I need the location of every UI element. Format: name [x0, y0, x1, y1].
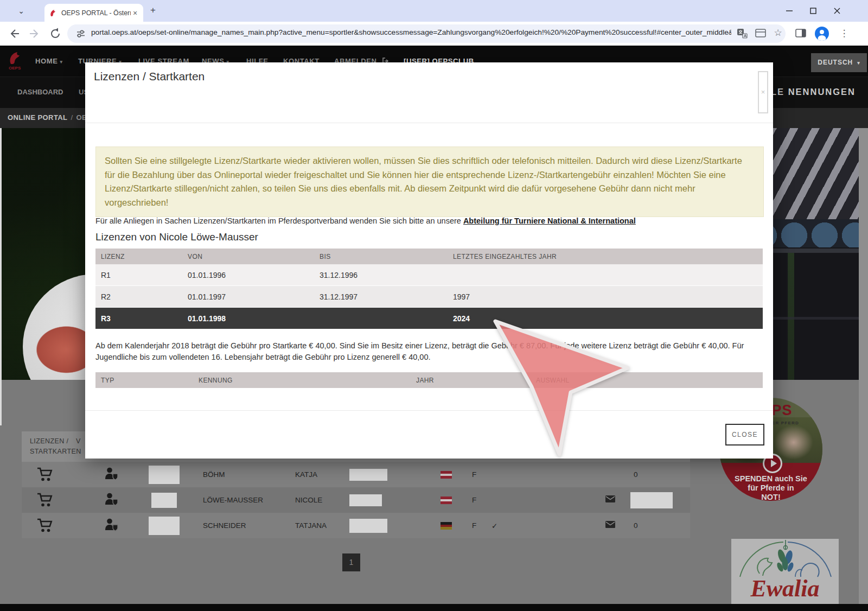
back-button[interactable]	[8, 27, 21, 40]
member-gender: F	[472, 496, 476, 504]
col-typ: TYP	[101, 377, 114, 384]
new-tab-button[interactable]: +	[150, 5, 156, 16]
window-close-button[interactable]	[832, 6, 842, 16]
cell-jahr: 2024	[453, 314, 470, 323]
check-icon: ✓	[492, 521, 497, 530]
cell-lizenz: R2	[101, 292, 111, 301]
redacted-field	[349, 519, 387, 533]
fee-info-text: Ab dem Kalenderjahr 2018 beträgt die Geb…	[95, 340, 763, 363]
right-margin-strip	[859, 128, 868, 604]
window-minimize-button[interactable]	[784, 6, 794, 16]
url-text[interactable]: portal.oeps.at/oeps/set-online/manage_na…	[91, 28, 731, 36]
member-lastname: SCHNEIDER	[203, 521, 246, 530]
side-panel-icon[interactable]	[795, 29, 806, 37]
selection-table-header: TYP KENNUNG JAHR AUSWAHL	[95, 372, 763, 388]
chevron-down-icon: ▾	[857, 60, 860, 66]
member-lastname: LÖWE-MAUSSER	[203, 496, 263, 504]
badge-text-line2: für Pferde in	[719, 483, 822, 492]
cart-icon[interactable]	[37, 493, 54, 507]
browser-menu-kebab-icon[interactable]: ⋮	[839, 26, 850, 41]
redacted-field	[349, 469, 387, 481]
flag-austria-icon	[441, 497, 452, 504]
green-streak	[788, 253, 794, 380]
license-table-header: LIZENZ VON BIS LETZTES EINGEZAHLTES JAHR	[95, 249, 763, 264]
cell-von: 01.01.1998	[188, 314, 226, 323]
favicon-horse-icon	[49, 9, 58, 17]
col-kennung: KENNUNG	[199, 377, 233, 384]
license-table: LIZENZ VON BIS LETZTES EINGEZAHLTES JAHR…	[95, 249, 763, 329]
close-button[interactable]: CLOSE	[725, 424, 764, 445]
cart-icon[interactable]	[37, 467, 54, 482]
forward-button[interactable]	[28, 27, 41, 40]
member-gender: F	[472, 470, 476, 479]
tab-search-chevron-icon[interactable]: ⌄	[13, 4, 29, 18]
nav-item-home[interactable]: HOME▾	[35, 57, 63, 65]
member-row: BÖHM KATJA F 0	[22, 462, 690, 487]
left-edge-strip	[0, 128, 2, 425]
oeps-logo[interactable]: OEPS	[7, 50, 24, 72]
redacted-field	[149, 517, 180, 535]
window-maximize-button[interactable]	[808, 6, 818, 16]
divider	[85, 123, 773, 123]
ewalia-logo[interactable]: Ewalia	[731, 539, 839, 604]
pagination-page-1[interactable]: 1	[342, 553, 360, 571]
license-row-r1[interactable]: R1 01.01.1996 31.12.1996	[95, 264, 763, 286]
profile-avatar[interactable]	[815, 27, 829, 41]
member-firstname: KATJA	[295, 470, 317, 479]
ewalia-wordmark: Ewalia	[731, 575, 839, 602]
cell-von: 01.01.1997	[188, 292, 226, 301]
member-count: 0	[634, 470, 638, 479]
member-count: 0	[634, 521, 638, 530]
cart-icon[interactable]	[37, 518, 54, 533]
member-firstname: TATJANA	[295, 521, 327, 530]
col-jahr: JAHR	[416, 377, 434, 384]
person-shield-icon[interactable]	[105, 518, 119, 532]
col-bis: BIS	[320, 253, 331, 260]
site-settings-tune-icon[interactable]	[76, 29, 86, 39]
cell-von: 01.01.1996	[188, 271, 226, 279]
cell-bis: 31.12.1996	[320, 271, 358, 279]
lizenzen-modal: Lizenzen / Startkarten × Sollten Sie ein…	[85, 62, 773, 459]
warning-message: Sollten Sie eine stillgelegte Lizenz/Sta…	[95, 147, 764, 217]
cell-lizenz: R1	[101, 271, 111, 279]
member-firstname: NICOLE	[295, 496, 322, 504]
col-lizenz: LIZENZ	[101, 253, 125, 260]
person-shield-icon[interactable]	[105, 493, 119, 506]
member-row: SCHNEIDER TATJANA F ✓ 0	[22, 513, 690, 538]
divider	[85, 410, 773, 411]
browser-tab[interactable]: OEPS PORTAL - Österreichischer ×	[44, 4, 143, 22]
flag-austria-icon	[441, 471, 452, 479]
col-header-partial: V	[76, 437, 81, 445]
bookmark-star-icon[interactable]: ☆	[771, 27, 784, 40]
tab-dashboard[interactable]: DASHBOARD	[17, 88, 63, 96]
reload-button[interactable]	[49, 27, 62, 40]
abteilung-turniere-link[interactable]: Abteilung für Turniere National & Intern…	[463, 217, 636, 225]
col-header-lizenzen: LIZENZEN /	[30, 437, 68, 445]
language-selector[interactable]: DEUTSCH▾	[811, 53, 867, 72]
cell-lizenz: R3	[101, 314, 111, 323]
license-row-r2[interactable]: R2 01.01.1997 31.12.1997 1997	[95, 286, 763, 308]
mail-icon[interactable]	[605, 521, 615, 528]
license-row-r3-selected[interactable]: R3 01.01.1998 2024	[95, 308, 763, 329]
col-auswahl: AUSWAHL	[536, 377, 570, 384]
reading-list-card-icon[interactable]	[755, 29, 766, 37]
translate-icon[interactable]	[737, 28, 748, 39]
redacted-field	[630, 492, 673, 508]
screen: ⌄ OEPS PORTAL - Österreichischer × + por…	[0, 0, 868, 611]
mail-icon[interactable]	[605, 495, 615, 502]
breadcrumb[interactable]: ONLINE PORTAL/OEPS	[8, 113, 97, 122]
tab-close-icon[interactable]: ×	[133, 9, 137, 17]
page-footer-bar	[0, 604, 868, 611]
col-header-startkarten: STARTKARTEN	[30, 448, 81, 455]
svg-text:OEPS: OEPS	[9, 66, 21, 71]
modal-close-icon[interactable]: ×	[758, 71, 768, 113]
redacted-field	[151, 493, 177, 508]
cell-jahr: 1997	[453, 292, 470, 301]
col-von: VON	[188, 253, 202, 260]
cell-bis: 31.12.1997	[320, 292, 358, 301]
contact-line: Für alle Anliegen in Sachen Lizenzen/Sta…	[95, 217, 763, 225]
person-shield-icon[interactable]	[105, 467, 119, 481]
chevron-down-icon: ▾	[60, 59, 62, 65]
member-lastname: BÖHM	[203, 470, 225, 479]
tab-title: OEPS PORTAL - Österreichischer	[61, 9, 131, 17]
